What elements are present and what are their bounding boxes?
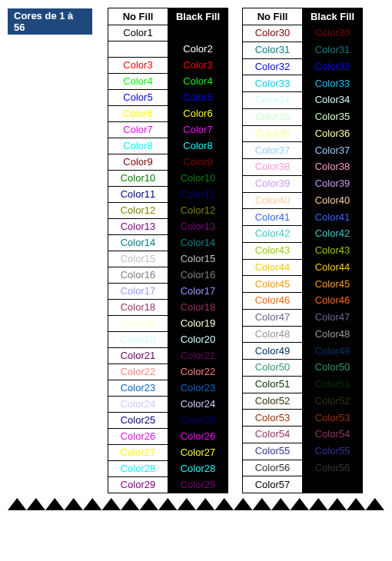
color-row: Color37Color37 — [243, 142, 363, 159]
color-cell-nofill: Color4 — [108, 74, 168, 90]
color-row: Color43Color43 — [243, 242, 363, 259]
color-cell-blackfill: Color4 — [168, 74, 228, 90]
tables-wrapper: No Fill Black Fill Color1Color1Color2Col… — [108, 8, 363, 493]
color-cell-nofill: Color19 — [108, 316, 168, 332]
color-row: Color16Color16 — [108, 267, 228, 284]
color-row: Color6Color6 — [108, 106, 228, 122]
color-cell-blackfill: Color24 — [168, 397, 228, 413]
color-cell-blackfill: Color29 — [168, 477, 228, 493]
color-cell-blackfill: Color37 — [303, 142, 363, 159]
color-cell-nofill: Color55 — [243, 443, 303, 460]
color-row: Color54Color54 — [243, 427, 363, 443]
color-row: Color45Color45 — [243, 276, 363, 293]
color-cell-nofill: Color39 — [243, 175, 303, 192]
color-row: Color23Color23 — [108, 380, 228, 397]
header-blackfill: Black Fill — [168, 8, 228, 25]
color-row: Color35Color35 — [243, 108, 363, 125]
color-cell-nofill: Color26 — [108, 429, 168, 445]
color-row: Color19Color19 — [108, 316, 228, 332]
color-row: Color56Color56 — [243, 460, 363, 476]
color-cell-blackfill: Color2 — [168, 41, 228, 58]
color-cell-blackfill: Color56 — [303, 460, 363, 476]
color-row: Color1Color1 — [108, 25, 228, 41]
color-cell-blackfill: Color43 — [303, 242, 363, 259]
color-row: Color8Color8 — [108, 138, 228, 154]
color-row: Color38Color38 — [243, 159, 363, 176]
color-cell-blackfill: Color34 — [303, 92, 363, 109]
color-cell-blackfill: Color39 — [303, 175, 363, 192]
color-cell-nofill: Color31 — [243, 41, 303, 58]
color-cell-blackfill: Color7 — [168, 122, 228, 138]
color-table-right: No Fill Black Fill Color30Color30Color31… — [242, 8, 363, 493]
color-row: Color15Color15 — [108, 251, 228, 267]
color-cell-nofill: Color35 — [243, 108, 303, 125]
color-cell-blackfill: Color8 — [168, 138, 228, 154]
color-cell-blackfill: Color48 — [303, 326, 363, 343]
color-row: Color39Color39 — [243, 175, 363, 192]
color-cell-blackfill: Color57 — [303, 476, 363, 493]
header-blackfill: Black Fill — [303, 8, 363, 25]
page-layout: Cores de 1 à 56 No Fill Black Fill Color… — [8, 8, 384, 493]
color-cell-nofill: Color30 — [243, 25, 303, 42]
color-cell-blackfill: Color15 — [168, 251, 228, 267]
color-cell-nofill: Color29 — [108, 477, 168, 493]
color-row: Color46Color46 — [243, 293, 363, 310]
color-row: Color9Color9 — [108, 154, 228, 171]
header-nofill: No Fill — [243, 8, 303, 25]
color-row: Color48Color48 — [243, 326, 363, 343]
color-cell-blackfill: Color36 — [303, 125, 363, 142]
color-table-left: No Fill Black Fill Color1Color1Color2Col… — [108, 8, 228, 493]
header-row: No Fill Black Fill — [243, 8, 363, 25]
color-cell-blackfill: Color32 — [303, 58, 363, 75]
color-cell-blackfill: Color23 — [168, 380, 228, 397]
color-cell-nofill: Color45 — [243, 276, 303, 293]
color-cell-nofill: Color32 — [243, 58, 303, 75]
color-row: Color20Color20 — [108, 332, 228, 348]
color-cell-nofill: Color54 — [243, 427, 303, 443]
color-row: Color31Color31 — [243, 41, 363, 58]
color-cell-blackfill: Color17 — [168, 284, 228, 300]
color-cell-nofill: Color24 — [108, 397, 168, 413]
color-row: Color7Color7 — [108, 122, 228, 138]
color-cell-blackfill: Color47 — [303, 309, 363, 326]
color-cell-nofill: Color43 — [243, 242, 303, 259]
color-row: Color55Color55 — [243, 443, 363, 460]
color-cell-blackfill: Color50 — [303, 360, 363, 377]
color-cell-blackfill: Color31 — [303, 41, 363, 58]
header-nofill: No Fill — [108, 8, 168, 25]
color-cell-nofill: Color11 — [108, 187, 168, 203]
color-cell-nofill: Color21 — [108, 348, 168, 364]
color-cell-blackfill: Color22 — [168, 364, 228, 380]
color-cell-nofill: Color56 — [243, 460, 303, 476]
color-cell-nofill: Color57 — [243, 476, 303, 493]
color-cell-blackfill: Color52 — [303, 393, 363, 410]
color-row: Color40Color40 — [243, 192, 363, 209]
color-cell-blackfill: Color12 — [168, 203, 228, 219]
color-row: Color33Color33 — [243, 75, 363, 92]
color-row: Color44Color44 — [243, 259, 363, 276]
color-row: Color12Color12 — [108, 203, 228, 219]
color-cell-blackfill: Color33 — [303, 75, 363, 92]
color-cell-blackfill: Color54 — [303, 427, 363, 443]
color-cell-nofill: Color53 — [243, 410, 303, 427]
color-row: Color47Color47 — [243, 309, 363, 326]
color-cell-nofill: Color41 — [243, 209, 303, 226]
color-cell-nofill: Color51 — [243, 376, 303, 393]
color-row: Color10Color10 — [108, 171, 228, 187]
color-cell-blackfill: Color28 — [168, 461, 228, 477]
color-cell-nofill: Color52 — [243, 393, 303, 410]
color-cell-nofill: Color22 — [108, 364, 168, 380]
color-cell-blackfill: Color21 — [168, 348, 228, 364]
color-cell-nofill: Color10 — [108, 171, 168, 187]
color-cell-blackfill: Color38 — [303, 159, 363, 176]
page-tear-decoration — [8, 498, 384, 510]
header-row: No Fill Black Fill — [108, 8, 228, 25]
color-row: Color32Color32 — [243, 58, 363, 75]
color-cell-nofill: Color40 — [243, 192, 303, 209]
color-cell-blackfill: Color9 — [168, 154, 228, 171]
color-row: Color21Color21 — [108, 348, 228, 364]
color-cell-nofill: Color12 — [108, 203, 168, 219]
color-cell-blackfill: Color1 — [168, 25, 228, 41]
color-row: Color53Color53 — [243, 410, 363, 427]
color-row: Color51Color51 — [243, 376, 363, 393]
